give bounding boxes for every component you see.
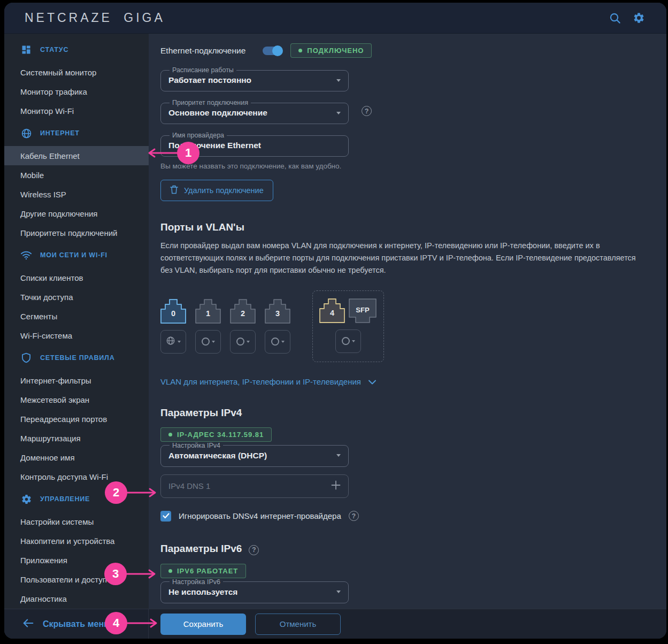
callout-1-arrow: [145, 148, 181, 158]
sidebar-item-wifi-system[interactable]: Wi-Fi-система: [4, 326, 149, 345]
gear-icon[interactable]: [632, 12, 645, 25]
circle-icon: [342, 337, 350, 345]
chevron-down-icon: [281, 341, 285, 343]
schedule-select[interactable]: Расписание работы Работает постоянно: [160, 66, 349, 91]
main-panel: Ethernet-подключение ПОДКЛЮЧЕНО Расписан…: [149, 34, 666, 639]
ipv4-address-badge: IP-АДРЕС 34.117.59.81: [160, 427, 272, 442]
help-icon[interactable]: ?: [349, 511, 359, 521]
port-0-role-dropdown[interactable]: [160, 330, 186, 354]
sidebar-item-other-connections[interactable]: Другие подключения: [4, 204, 149, 223]
sidebar-item-wireless-isp[interactable]: Wireless ISP: [4, 185, 149, 204]
schedule-label: Расписание работы: [170, 66, 236, 74]
sidebar-section-internet: ИНТЕРНЕТ: [4, 120, 149, 146]
sidebar-item-drives-devices[interactable]: Накопители и устройства: [4, 531, 149, 550]
action-bar: Сохранить Отменить: [149, 609, 666, 639]
port-1[interactable]: 1: [195, 299, 221, 324]
port-2-role-dropdown[interactable]: [230, 330, 256, 354]
combo-port-group: 4 SFP: [312, 290, 384, 362]
shield-icon: [20, 352, 32, 364]
status-dot: [168, 569, 172, 573]
provider-name-label: Имя провайдера: [170, 132, 227, 139]
sidebar-item-routing[interactable]: Маршрутизация: [4, 428, 149, 448]
globe-icon: [166, 336, 175, 348]
ports-section-description: Если провайдер выдал вам номера VLAN для…: [160, 240, 644, 277]
port-3[interactable]: 3: [265, 299, 290, 324]
chevron-down-icon: [336, 112, 341, 114]
ipv4-dns1-input[interactable]: IPv4 DNS 1: [160, 474, 349, 498]
connection-title: Ethernet-подключение: [160, 46, 245, 56]
callout-1: 1: [177, 142, 199, 164]
circle-icon: [236, 338, 244, 346]
chevron-down-icon: [352, 340, 355, 342]
ports-section-title: Порты и VLAN'ы: [160, 221, 645, 233]
sidebar-item-mobile[interactable]: Mobile: [4, 165, 149, 185]
trash-icon: [170, 185, 178, 196]
connection-toggle[interactable]: [263, 47, 282, 55]
port-2[interactable]: 2: [230, 299, 256, 324]
combo-port-role-dropdown[interactable]: [335, 329, 361, 353]
callout-4: 4: [105, 612, 127, 634]
chevron-down-icon: [247, 341, 250, 343]
sidebar-item-ethernet-cable[interactable]: Кабель Ethernet: [4, 146, 149, 165]
sidebar-item-segments[interactable]: Сегменты: [4, 306, 149, 326]
dashboard-icon: [20, 44, 32, 56]
provider-name-helper: Вы можете назвать это подключение, как в…: [160, 162, 645, 170]
sidebar-item-applications[interactable]: Приложения: [4, 550, 149, 570]
port-sfp[interactable]: SFP: [348, 298, 377, 323]
sidebar-item-internet-filters[interactable]: Интернет-фильтры: [4, 371, 149, 390]
sidebar-item-system-settings[interactable]: Настройки системы: [4, 512, 149, 531]
chevron-down-icon: [336, 79, 341, 82]
sidebar-item-diagnostics[interactable]: Диагностика: [4, 589, 149, 608]
sidebar: СТАТУС Системный монитор Монитор трафика…: [4, 34, 149, 639]
sidebar-section-network-rules: СЕТЕВЫЕ ПРАВИЛА: [4, 345, 149, 371]
help-icon[interactable]: ?: [362, 106, 372, 116]
sidebar-section-status: СТАТУС: [4, 37, 149, 63]
arrow-left-icon: [22, 618, 34, 631]
gear-icon: [20, 493, 32, 505]
sidebar-item-domain-name[interactable]: Доменное имя: [4, 448, 149, 467]
sidebar-item-client-lists[interactable]: Списки клиентов: [4, 268, 149, 287]
ipv4-config-select[interactable]: Настройка IPv4 Автоматическая (DHCP): [160, 442, 349, 467]
sidebar-item-wifi-access-control[interactable]: Контроль доступа Wi-Fi: [4, 467, 149, 486]
cancel-button[interactable]: Отменить: [255, 614, 341, 635]
callout-2-arrow: [126, 487, 159, 498]
status-dot: [168, 433, 172, 436]
sidebar-item-system-monitor[interactable]: Системный монитор: [4, 63, 149, 82]
circle-icon: [202, 338, 210, 346]
port-3-role-dropdown[interactable]: [265, 330, 290, 354]
port-1-role-dropdown[interactable]: [195, 330, 221, 354]
priority-select[interactable]: Приоритет подключения Основное подключен…: [160, 99, 349, 124]
search-icon[interactable]: [609, 12, 621, 25]
ipv6-section-title: Параметры IPv6: [160, 543, 242, 555]
globe-icon: [20, 127, 32, 139]
ipv4-section-title: Параметры IPv4: [160, 407, 645, 419]
plus-icon[interactable]: [331, 480, 341, 492]
ipv6-config-select[interactable]: Настройка IPv6 Не используется: [160, 578, 349, 603]
sidebar-item-connection-priorities[interactable]: Приоритеты подключений: [4, 223, 149, 242]
sidebar-item-access-points[interactable]: Точки доступа: [4, 287, 149, 306]
ipv6-status-badge: IPV6 РАБОТАЕТ: [160, 564, 246, 578]
priority-label: Приоритет подключения: [170, 99, 251, 106]
brand-logo: NETCRAZE GIGA: [25, 11, 165, 25]
port-4-highlighted[interactable]: 4: [319, 298, 345, 323]
sidebar-item-traffic-monitor[interactable]: Монитор трафика: [4, 82, 149, 101]
ipv4-config-label: Настройка IPv4: [170, 442, 223, 449]
port-0-selected[interactable]: 0: [160, 299, 186, 324]
callout-2: 2: [105, 481, 127, 504]
sidebar-item-port-forwarding[interactable]: Переадресация портов: [4, 409, 149, 428]
sidebar-section-my-networks: МОИ СЕТИ И WI-FI: [4, 242, 149, 268]
chevron-down-icon: [336, 591, 341, 593]
sidebar-item-wifi-monitor[interactable]: Монитор Wi-Fi: [4, 101, 149, 120]
delete-connection-button[interactable]: Удалить подключение: [160, 180, 273, 201]
chevron-down-icon: [212, 341, 215, 343]
callout-3: 3: [104, 563, 127, 585]
chevron-down-icon: [336, 454, 341, 457]
help-icon[interactable]: ?: [249, 545, 259, 555]
vlan-expander-link[interactable]: VLAN для интернета, IP-телефонии и IP-те…: [160, 377, 376, 386]
save-button[interactable]: Сохранить: [160, 614, 246, 635]
wifi-icon: [20, 249, 32, 261]
ipv6-config-label: Настройка IPv6: [170, 578, 223, 586]
sidebar-item-firewall[interactable]: Межсетевой экран: [4, 390, 149, 409]
ignore-dnsv4-checkbox[interactable]: [160, 511, 171, 522]
app-window: NETCRAZE GIGA СТАТУС Системный монитор М…: [4, 3, 666, 639]
